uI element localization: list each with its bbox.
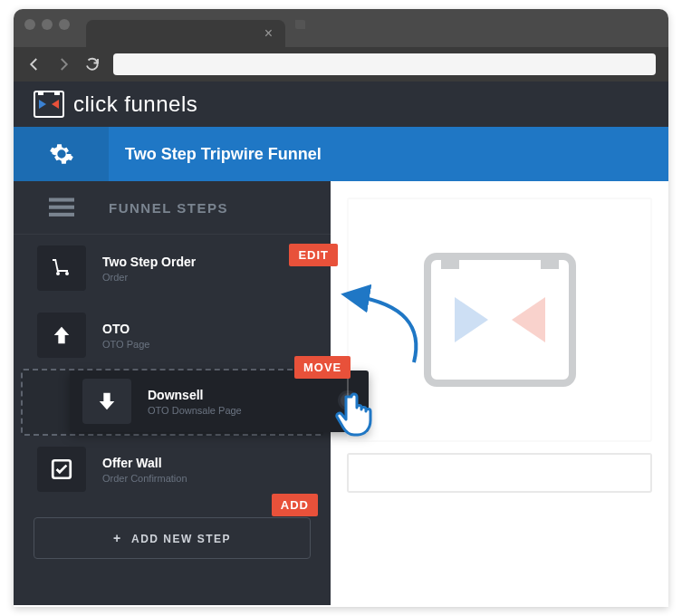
move-tag: MOVE	[294, 356, 351, 379]
settings-button[interactable]	[14, 127, 109, 181]
step-title: Offer Wall	[102, 456, 187, 470]
window-close-dot[interactable]	[24, 19, 35, 30]
close-icon[interactable]: ×	[264, 25, 273, 42]
menu-icon[interactable]	[49, 197, 74, 217]
logo-text: click funnels	[73, 91, 197, 117]
funnel-step-offer-wall[interactable]: Offer Wall Order Confirmation	[14, 436, 331, 503]
main-panel	[331, 181, 668, 605]
section-header: FUNNEL STEPS	[14, 181, 331, 235]
section-label: FUNNEL STEPS	[109, 200, 228, 216]
page-preview[interactable]	[347, 197, 652, 442]
svg-rect-0	[49, 198, 74, 202]
add-new-step-button[interactable]: + ADD NEW STEP	[34, 517, 311, 559]
step-subtitle: OTO Downsale Page	[148, 405, 242, 416]
svg-rect-5	[441, 256, 459, 269]
forward-icon[interactable]	[55, 56, 72, 72]
drop-zone[interactable]: Downsell OTO Downsale Page MOVE	[14, 369, 331, 436]
funnel-step-oto[interactable]: OTO OTO Page	[14, 302, 331, 369]
new-tab-button[interactable]	[293, 17, 311, 35]
svg-rect-1	[49, 206, 74, 209]
svg-rect-2	[49, 213, 74, 217]
arrow-down-icon	[82, 379, 131, 424]
svg-rect-4	[427, 256, 572, 383]
browser-tab[interactable]: ×	[86, 20, 285, 47]
logo-icon	[34, 91, 64, 118]
svg-rect-6	[541, 256, 559, 269]
browser-nav-bar	[14, 47, 668, 82]
step-subtitle: Order Confirmation	[102, 473, 187, 484]
back-icon[interactable]	[26, 56, 43, 72]
add-tag: ADD	[272, 494, 318, 516]
funnel-title: Two Step Tripwire Funnel	[125, 145, 322, 164]
cart-icon	[37, 245, 86, 291]
preview-footer-box	[347, 453, 652, 493]
step-title: Two Step Order	[102, 255, 196, 269]
funnel-step-downsell-dragging[interactable]: Downsell OTO Downsale Page	[70, 371, 369, 432]
edit-tag: EDIT	[289, 244, 338, 266]
step-subtitle: OTO Page	[102, 339, 149, 350]
window-minimize-dot[interactable]	[42, 19, 53, 30]
arrow-up-icon	[37, 313, 86, 358]
window-maximize-dot[interactable]	[59, 19, 70, 30]
gear-icon	[49, 141, 74, 167]
address-bar[interactable]	[113, 53, 656, 75]
check-icon	[37, 447, 86, 492]
step-title: Downsell	[148, 388, 242, 402]
funnel-title-bar: Two Step Tripwire Funnel	[14, 127, 668, 181]
app-header: click funnels	[14, 82, 668, 127]
cursor-hand-icon	[335, 391, 377, 438]
reload-icon[interactable]	[84, 56, 101, 72]
preview-placeholder-icon	[423, 252, 577, 388]
browser-window: × click funnels Two Step Tripwire Funnel	[14, 9, 668, 607]
step-subtitle: Order	[102, 272, 196, 283]
plus-icon: +	[113, 531, 122, 545]
add-button-label: ADD NEW STEP	[131, 533, 231, 545]
browser-tab-bar: ×	[14, 9, 668, 47]
funnel-steps-sidebar: FUNNEL STEPS Two Step Order Order EDIT	[14, 181, 331, 605]
funnel-step-order[interactable]: Two Step Order Order EDIT	[14, 235, 331, 302]
window-controls	[24, 19, 70, 30]
step-title: OTO	[102, 322, 149, 336]
